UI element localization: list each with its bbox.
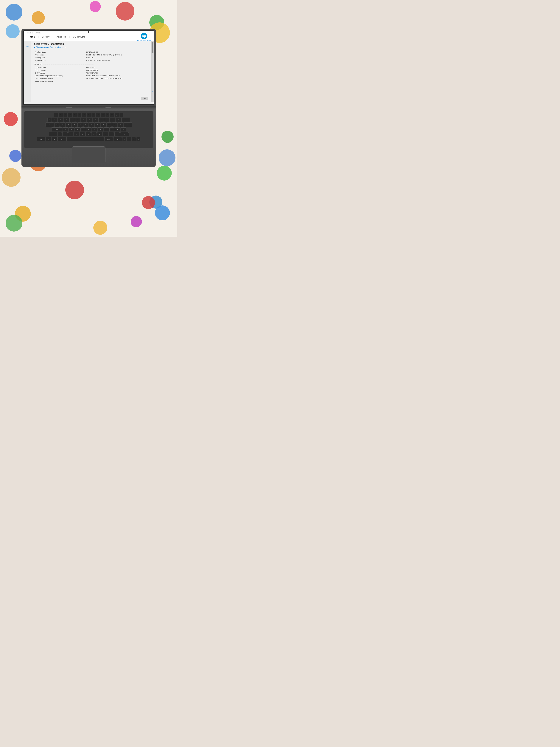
key-tab[interactable]: tab — [45, 123, 54, 127]
key-prtsc[interactable]: prt — [115, 113, 119, 117]
key-esc[interactable]: esc — [54, 113, 58, 117]
key-up[interactable]: ↑ — [122, 137, 126, 141]
key-f5[interactable]: F5 — [77, 113, 81, 117]
key-f11[interactable]: F11 — [105, 113, 109, 117]
key-y[interactable]: Y — [83, 123, 88, 127]
key-h[interactable]: H — [92, 127, 97, 131]
key-c[interactable]: C — [74, 132, 79, 136]
key-f[interactable]: F — [80, 127, 86, 131]
key-v[interactable]: V — [80, 132, 85, 136]
key-equals[interactable]: ´ — [116, 118, 121, 122]
key-o[interactable]: O — [101, 123, 106, 127]
key-rshift[interactable]: ⇧ — [120, 132, 129, 136]
key-f3[interactable]: F3 — [68, 113, 72, 117]
info-label: UUID (standard format) — [34, 77, 85, 80]
key-backspace[interactable]: ← — [122, 118, 130, 122]
key-quote[interactable]: Æ — [121, 127, 126, 131]
key-minus[interactable]: + — [110, 118, 115, 122]
key-n[interactable]: N — [91, 132, 97, 136]
key-rbracket[interactable]: ¨ — [118, 123, 123, 127]
key-t[interactable]: T — [77, 123, 83, 127]
help-button[interactable]: Help — [141, 97, 149, 100]
key-down[interactable]: ↓ — [132, 137, 136, 141]
key-j[interactable]: J — [98, 127, 103, 131]
key-period[interactable]: . — [109, 132, 114, 136]
back-arrow-button[interactable]: ← — [26, 45, 29, 49]
key-enter[interactable]: ↵ — [124, 123, 132, 127]
key-f6[interactable]: F6 — [82, 113, 86, 117]
key-f2[interactable]: F2 — [63, 113, 68, 117]
bios-sidebar: ← — [24, 41, 31, 102]
key-semicolon[interactable]: Ø — [115, 127, 121, 131]
key-f7[interactable]: F7 — [87, 113, 91, 117]
tab-security[interactable]: Security — [38, 34, 53, 40]
key-angle[interactable]: > — [58, 132, 62, 136]
service-divider: SERVICE --------------------------------… — [34, 63, 149, 65]
key-lbracket[interactable]: Å — [112, 123, 117, 127]
key-d[interactable]: D — [75, 127, 80, 131]
key-slash[interactable]: - — [114, 132, 119, 136]
key-9[interactable]: 9 — [98, 118, 104, 122]
tab-uefi-drivers[interactable]: UEFI Drivers — [70, 34, 88, 40]
key-3[interactable]: 3 — [64, 118, 69, 122]
key-fn[interactable]: fn — [46, 137, 51, 141]
key-7[interactable]: 7 — [87, 118, 92, 122]
key-2[interactable]: 2 — [58, 118, 63, 122]
key-alt-left[interactable]: alt — [57, 137, 66, 141]
tab-advanced[interactable]: Advanced — [53, 34, 69, 40]
key-e[interactable]: E — [66, 123, 71, 127]
key-backtick[interactable]: ½ — [47, 118, 52, 122]
key-l[interactable]: L — [109, 127, 115, 131]
key-del[interactable]: del — [119, 113, 124, 117]
info-label: Processor 1 — [34, 53, 85, 56]
key-x[interactable]: X — [68, 132, 73, 136]
scrollbar-thumb[interactable] — [152, 42, 154, 53]
key-r[interactable]: R — [72, 123, 77, 127]
screen-bezel: BANG & OLUFSEN Main | Security | Advance… — [23, 30, 154, 105]
key-u[interactable]: U — [89, 123, 94, 127]
key-4[interactable]: 4 — [70, 118, 75, 122]
key-f9[interactable]: F9 — [96, 113, 100, 117]
key-i[interactable]: I — [95, 123, 100, 127]
table-row: Processor 1 Intel(R) Core(TM) i5-8265U C… — [34, 53, 149, 56]
key-ctrl-left[interactable]: ctrl — [37, 137, 45, 141]
key-1[interactable]: 1 — [52, 118, 57, 122]
key-f10[interactable]: F10 — [101, 113, 105, 117]
key-8[interactable]: 8 — [92, 118, 98, 122]
webcam — [88, 31, 89, 33]
key-k[interactable]: K — [104, 127, 109, 131]
key-left[interactable]: ← — [127, 137, 131, 141]
scrollbar-down-arrow[interactable]: ⌄ — [152, 90, 153, 92]
key-5[interactable]: 5 — [75, 118, 80, 122]
key-win[interactable]: ⊞ — [52, 137, 57, 141]
key-f8[interactable]: F8 — [91, 113, 96, 117]
key-lshift[interactable]: ⇧ — [49, 132, 57, 136]
key-m[interactable]: M — [97, 132, 102, 136]
key-p[interactable]: P — [106, 123, 112, 127]
key-f1[interactable]: F1 — [59, 113, 63, 117]
key-q[interactable]: Q — [54, 123, 59, 127]
key-b[interactable]: B — [85, 132, 91, 136]
key-w[interactable]: W — [60, 123, 65, 127]
touchpad[interactable] — [72, 147, 105, 163]
key-alt-gr[interactable]: alt gr — [104, 137, 113, 141]
key-row-numbers: ½ 1 2 3 4 5 6 7 8 9 0 + ´ ← — [25, 118, 152, 122]
show-advanced-link[interactable]: Show Advanced System Information — [34, 46, 149, 48]
hp-logo-area: hp HP Computer Setup — [137, 33, 151, 41]
key-capslock[interactable]: caps — [51, 127, 62, 131]
key-0[interactable]: 0 — [104, 118, 109, 122]
tab-main[interactable]: Main — [27, 34, 38, 40]
key-f4[interactable]: F4 — [73, 113, 77, 117]
key-space[interactable] — [66, 137, 104, 141]
key-s[interactable]: S — [69, 127, 74, 131]
key-f12[interactable]: F12 — [110, 113, 114, 117]
bios-scrollbar[interactable]: ⌄ — [151, 41, 154, 102]
key-6[interactable]: 6 — [81, 118, 86, 122]
key-z[interactable]: Z — [62, 132, 68, 136]
key-right[interactable]: → — [136, 137, 140, 141]
bios-main-content: BASIC SYSTEM INFORMATION Show Advanced S… — [31, 41, 151, 102]
key-a[interactable]: A — [63, 127, 68, 131]
key-ctrl-right[interactable]: ctrl — [113, 137, 122, 141]
key-g[interactable]: G — [86, 127, 91, 131]
key-comma[interactable]: , — [103, 132, 108, 136]
